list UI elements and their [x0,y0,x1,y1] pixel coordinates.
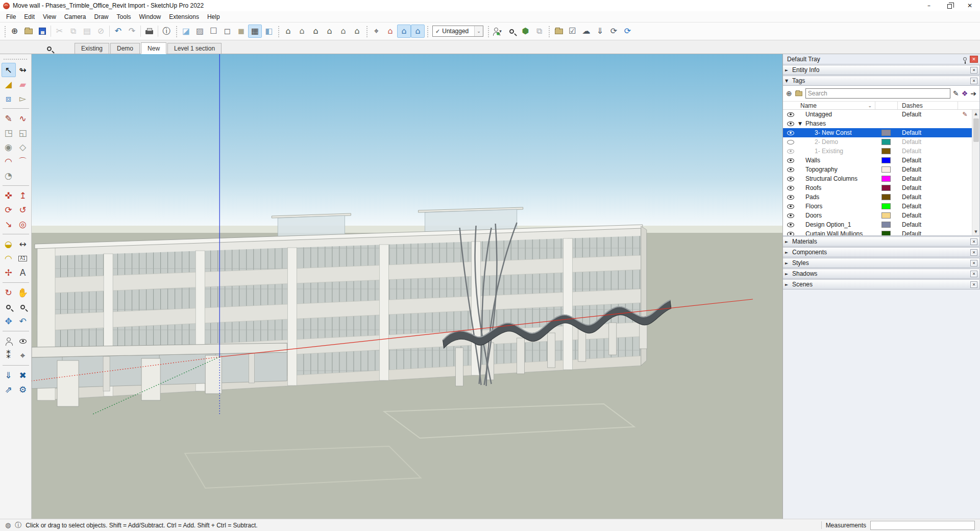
search-icon[interactable] [47,46,52,51]
right-view-button[interactable]: ⌂ [323,25,336,38]
dash-color-swatch[interactable] [881,185,891,191]
panel-close-icon[interactable]: ✕ [970,238,977,245]
visibility-cell[interactable] [783,122,798,126]
protractor-tool[interactable]: ◠ [2,251,16,266]
cut-button[interactable]: ✂ [53,25,66,38]
shaded-style-button[interactable]: ◼ [234,25,248,38]
panel-close-icon[interactable]: ✕ [970,78,977,84]
shaded-with-textures-style-button[interactable]: ▦ [248,25,262,38]
scene-tab-existing[interactable]: Existing [75,43,109,54]
add-tag-icon[interactable]: ⊕ [786,89,792,98]
menu-help[interactable]: Help [203,12,224,21]
scene-tab-demo[interactable]: Demo [110,43,140,54]
dashes-cell[interactable]: Default [898,230,958,235]
panel-styles[interactable]: ►Styles✕ [783,258,980,268]
purge-icon[interactable]: ❖ [962,89,968,98]
dashes-cell[interactable]: Default [898,212,958,219]
restore-button[interactable] [939,0,960,11]
menu-window[interactable]: Window [135,12,165,21]
tag-row[interactable]: TopographyDefault [783,165,979,174]
freehand-tool[interactable]: ∿ [16,111,30,126]
visibility-cell[interactable] [783,167,798,172]
three-d-text-tool[interactable]: A [16,266,30,280]
active-tag-dropdown[interactable]: ✓Untagged⌄ [432,26,483,37]
toolbar-grip[interactable] [277,25,280,37]
dashes-cell[interactable]: Default [898,111,958,118]
save-button[interactable] [35,25,49,38]
toolbar-grip[interactable] [426,25,429,37]
eye-icon[interactable] [787,204,794,209]
visibility-cell[interactable] [783,140,798,144]
dash-color-swatch[interactable] [881,176,891,182]
dash-color-swatch[interactable] [881,194,891,200]
text-tool[interactable]: A1 [16,251,30,266]
eye-icon[interactable] [787,186,794,190]
panel-entity-info[interactable]: ► Entity Info ✕ [783,65,980,75]
dashes-cell[interactable]: Default [898,138,958,146]
scene-tab-level-1-section[interactable]: Level 1 section [167,43,222,54]
menu-edit[interactable]: Edit [20,12,39,21]
dashes-cell[interactable]: Default [898,175,958,182]
open-button[interactable] [21,25,35,38]
axes-tool[interactable]: ✢ [2,266,16,280]
model-info-button[interactable]: ⓘ [160,25,174,38]
polygon-tool[interactable]: ◇ [16,140,30,154]
share-model-button[interactable]: ⇗ [2,382,16,397]
dashes-cell[interactable]: Default [898,157,958,164]
back-edges-style-button[interactable]: ▨ [193,25,207,38]
dropdown-arrow-icon[interactable]: ⌄ [474,26,483,36]
zoom-window-tool[interactable] [16,300,30,314]
account-button[interactable]: ▾ [491,25,505,38]
zoom-extents-tool[interactable]: ✥ [2,314,16,328]
tag-row[interactable]: RoofsDefault [783,183,979,192]
rotated-rectangle-tool[interactable]: ◱ [16,126,30,140]
paste-button[interactable]: ▤ [80,25,94,38]
tag-row[interactable]: Structural ColumnsDefault [783,174,979,183]
eye-icon[interactable] [787,149,794,154]
panel-close-icon[interactable]: ✕ [970,281,977,288]
display-section-cuts-button[interactable]: ⌂ [397,25,411,38]
download-model-button[interactable]: ⇓ [593,25,607,38]
circle-tool[interactable]: ◉ [2,140,16,154]
eye-icon[interactable] [787,140,794,144]
rotate-tool[interactable]: ⟳ [2,203,16,217]
column-dashes[interactable]: Dashes [898,102,958,109]
zoom-previous-tool[interactable]: ↶ [16,314,30,328]
select-tool[interactable]: ↖ [2,63,16,77]
edit-pencil-icon[interactable]: ✎ [953,89,959,98]
scroll-up-icon[interactable]: ▲ [972,110,979,117]
toolbar-grip[interactable] [4,25,6,37]
toolbar-grip[interactable] [548,25,550,37]
tag-row[interactable]: DoorsDefault [783,211,979,220]
panel-scenes[interactable]: ►Scenes✕ [783,279,980,289]
panel-close-icon[interactable]: ✕ [970,249,977,256]
tag-row[interactable]: FloorsDefault [783,202,979,211]
hidden-line-style-button[interactable]: ◻ [220,25,234,38]
tag-row[interactable]: 2- DemoDefault [783,137,979,147]
new-button[interactable]: ⊕ [8,25,21,38]
sync-button[interactable]: ⟳ [621,25,634,38]
dimension-tool[interactable]: ↔ [16,237,30,251]
menu-extensions[interactable]: Extensions [165,12,203,21]
panel-shadows[interactable]: ►Shadows✕ [783,269,980,279]
wireframe-style-button[interactable]: ☐ [207,25,220,38]
panel-materials[interactable]: ►Materials✕ [783,236,980,247]
panel-close-icon[interactable]: ✕ [970,271,977,277]
eye-icon[interactable] [787,223,794,227]
display-section-planes-button[interactable]: ⌂ [383,25,397,38]
panel-components[interactable]: ►Components✕ [783,247,980,257]
back-view-button[interactable]: ⌂ [336,25,350,38]
extension-warehouse-button[interactable]: ✖ [16,368,30,382]
pages-button[interactable]: ⧉ [532,25,546,38]
dash-color-swatch[interactable] [881,139,891,145]
dash-color-swatch[interactable] [881,157,891,163]
minimize-button[interactable]: – [919,0,939,11]
geolocation-status-icon[interactable]: ◍ [5,521,11,529]
dash-color-swatch[interactable] [881,148,891,154]
measurements-input[interactable] [870,521,975,530]
display-section-fill-button[interactable]: ⌂ [411,25,425,38]
dashes-cell[interactable]: Default [898,148,958,155]
tags-search-input[interactable] [805,88,950,99]
section-plane-tool[interactable]: ⌖ [16,348,30,363]
dashes-cell[interactable]: Default [898,221,958,228]
